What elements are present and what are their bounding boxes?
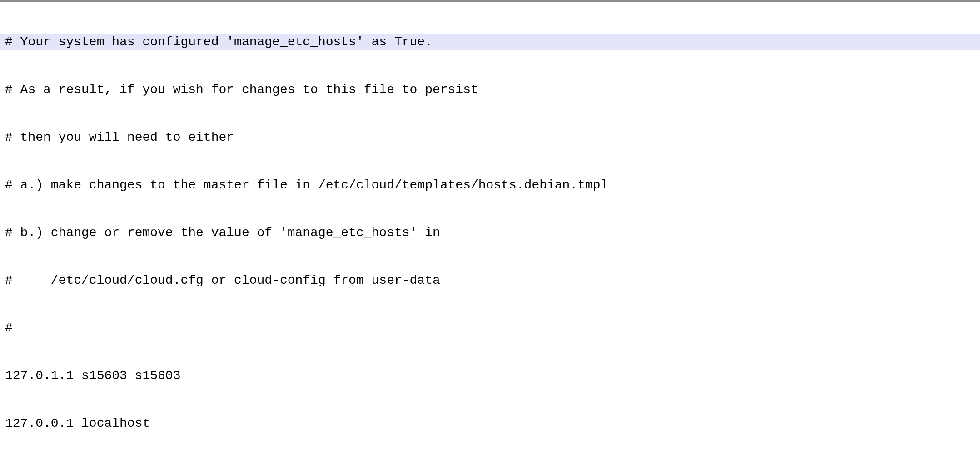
editor-line[interactable]: #	[0, 320, 980, 336]
editor-text-area[interactable]: # Your system has configured 'manage_etc…	[0, 2, 980, 459]
editor-line[interactable]: # /etc/cloud/cloud.cfg or cloud-config f…	[0, 272, 980, 288]
editor-line[interactable]: # then you will need to either	[0, 129, 980, 145]
editor-line[interactable]: # b.) change or remove the value of 'man…	[0, 225, 980, 241]
text-editor[interactable]: # Your system has configured 'manage_etc…	[0, 0, 980, 459]
editor-line[interactable]: 127.0.1.1 s15603 s15603	[0, 368, 980, 384]
editor-line[interactable]: # As a result, if you wish for changes t…	[0, 82, 980, 98]
editor-line[interactable]: # a.) make changes to the master file in…	[0, 177, 980, 193]
editor-line[interactable]: 127.0.0.1 localhost	[0, 415, 980, 431]
editor-line[interactable]: # Your system has configured 'manage_etc…	[0, 34, 980, 50]
